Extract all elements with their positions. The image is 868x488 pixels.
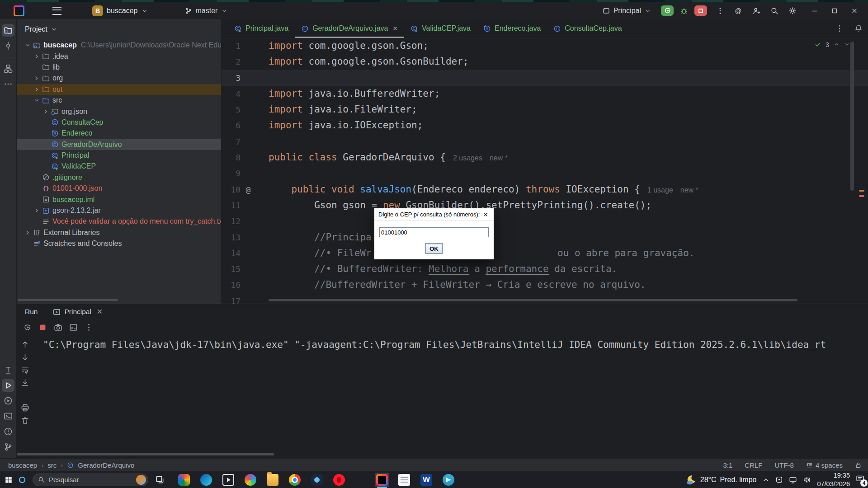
telegram-app-icon[interactable] (441, 473, 456, 487)
ok-button[interactable]: OK (425, 243, 443, 254)
tab-consultacep-java[interactable]: CConsultaCep.java (547, 19, 628, 38)
tool-structure-icon[interactable] (2, 62, 14, 75)
tool-services-icon[interactable] (2, 394, 14, 407)
inlay-hint[interactable]: 1 usage (647, 186, 673, 194)
breadcrumb-project[interactable]: buscacep (8, 461, 37, 469)
breadcrumb-src[interactable]: src (47, 461, 57, 469)
paint3d-app-icon[interactable] (243, 473, 258, 487)
rerun-icon[interactable] (23, 323, 32, 332)
clear-icon[interactable] (21, 416, 29, 425)
debug-bug-icon[interactable] (680, 7, 688, 15)
close-icon[interactable]: ✕ (97, 308, 103, 316)
error-stripe-mark[interactable] (859, 190, 864, 192)
console-output[interactable]: "C:\Program Files\Java\jdk-17\bin\java.e… (43, 339, 868, 350)
git-branch-widget[interactable]: master (181, 5, 231, 17)
tree-item-idea[interactable]: .idea (17, 51, 221, 61)
indent-setting[interactable]: 4 spaces (806, 461, 843, 469)
camera-icon[interactable] (54, 323, 62, 332)
task-view-icon[interactable] (156, 475, 164, 484)
maximize-icon[interactable] (831, 7, 838, 14)
run-config-widget[interactable]: Principal (599, 5, 655, 17)
inlay-hint[interactable]: new * (680, 186, 698, 194)
start-button-icon[interactable] (5, 476, 13, 484)
up-icon[interactable] (21, 340, 29, 349)
volume-icon[interactable] (803, 476, 811, 484)
search-icon[interactable] (770, 7, 778, 15)
action-center[interactable]: 4 (856, 474, 864, 485)
cep-input[interactable]: 01001000 (379, 227, 489, 237)
editor-vscrollbar[interactable] (850, 42, 854, 191)
edge-app-icon[interactable] (199, 473, 213, 487)
softwrap-icon[interactable] (21, 366, 29, 374)
stop-icon[interactable] (38, 323, 47, 332)
add-user-icon[interactable] (752, 7, 760, 15)
dialog-close-icon[interactable]: ✕ (481, 211, 490, 218)
tree-item-org-json[interactable]: org.json (17, 106, 221, 117)
taskbar-search[interactable]: Pesquisar (33, 474, 148, 486)
tool-todo-icon[interactable] (2, 364, 14, 376)
notifications-bell-icon[interactable] (854, 24, 863, 33)
inlay-hint[interactable]: 2 usages (453, 154, 482, 162)
tree-item-buscacep[interactable]: buscacepC:\Users\junior\Downloads\Oracle… (17, 40, 221, 51)
more-v-icon[interactable] (716, 7, 724, 15)
tree-item-gson-2-13-2-jar[interactable]: gson-2.13.2.jar (17, 205, 221, 216)
breadcrumb[interactable]: buscacep › src › C GeradorDeArquivo (0, 461, 134, 469)
inspections-widget[interactable]: 3 (814, 41, 850, 48)
tool-problems-icon[interactable] (2, 425, 14, 438)
next-problem-chevron-icon[interactable] (844, 42, 850, 47)
tree-item-voc-pode-validar-a-op-o-do-menu-com-try-catch-txt[interactable]: Você pode validar a opção do menu com tr… (17, 216, 221, 227)
ai-icon[interactable]: @ (734, 7, 742, 15)
gutter-annotation-icon[interactable]: @ (243, 182, 253, 197)
tree-item-scratches-and-consoles[interactable]: Scratches and Consoles (17, 238, 221, 249)
cortana-icon[interactable] (18, 476, 26, 484)
file-encoding[interactable]: UTF-8 (774, 461, 794, 469)
run-tab-principal[interactable]: Principal ✕ (53, 308, 102, 316)
code-view[interactable]: 1import com.google.gson.Gson;2import com… (222, 38, 868, 304)
settings-icon[interactable] (788, 7, 797, 15)
console-settings-icon[interactable] (69, 323, 78, 332)
word-app-icon[interactable]: W (419, 473, 434, 487)
hidden-icons-chevron-icon[interactable] (762, 476, 769, 483)
print-icon[interactable] (21, 404, 29, 412)
tree-item-external-libraries[interactable]: External Libraries (17, 227, 221, 238)
tree-item-out[interactable]: out (17, 84, 221, 95)
tool-vcs-icon[interactable] (2, 441, 14, 453)
tab-geradordearquivo-java[interactable]: CGeradorDeArquivo.java✕ (295, 19, 404, 38)
tree-item-buscacep-iml[interactable]: buscacep.iml (17, 194, 221, 205)
close-icon[interactable]: ✕ (392, 25, 398, 32)
movies-tv-app-icon[interactable] (221, 473, 236, 487)
taskbar-weather-widget[interactable]: 28°C Pred. limpo (686, 474, 757, 485)
tab-options-kebab-icon[interactable] (835, 24, 844, 33)
tree-item-org[interactable]: org (17, 73, 221, 84)
tree-item-consultacep[interactable]: CConsultaCep (17, 117, 221, 128)
tree-item-principal[interactable]: CPrincipal (17, 150, 221, 161)
dialog-title-bar[interactable]: Digite o CEP p/ consulta (só números): ✕ (374, 208, 494, 221)
project-widget[interactable]: B buscacep (89, 4, 151, 18)
console-hscrollbar[interactable] (17, 453, 274, 455)
prev-problem-chevron-icon[interactable] (834, 42, 840, 47)
breadcrumb-file[interactable]: GeradorDeArquivo (78, 461, 134, 469)
error-stripe-mark[interactable] (859, 195, 864, 197)
caret-position[interactable]: 3:1 (723, 461, 732, 469)
line-separator[interactable]: CRLF (745, 461, 762, 469)
tree-item-lib[interactable]: lib (17, 62, 221, 73)
steam-app-icon[interactable] (310, 473, 324, 487)
close-icon[interactable] (851, 7, 858, 14)
minimize-icon[interactable] (811, 7, 818, 14)
intellij-logo-icon[interactable] (14, 5, 24, 16)
project-hscrollbar[interactable] (18, 299, 118, 301)
tab-principal-java[interactable]: CPrincipal.java (228, 19, 295, 38)
network-icon[interactable] (789, 476, 797, 484)
opera-app-icon[interactable] (332, 473, 346, 487)
rerun-button[interactable] (661, 5, 674, 16)
tree-item-endereco[interactable]: REndereco (17, 128, 221, 139)
tool-run-icon[interactable] (2, 379, 14, 392)
chrome-app-icon[interactable] (288, 473, 302, 487)
tree-item-validacep[interactable]: CValidaCEP (17, 161, 221, 172)
notepad-app-icon[interactable] (397, 473, 411, 487)
tray-app-icon[interactable] (775, 476, 783, 483)
more-v-icon[interactable] (85, 323, 93, 332)
scroll-end-icon[interactable] (21, 378, 29, 387)
tree-item-01001-000-json[interactable]: {}01001-000.json (17, 183, 221, 194)
tree-item-gitignore[interactable]: .gitignore (17, 172, 221, 183)
